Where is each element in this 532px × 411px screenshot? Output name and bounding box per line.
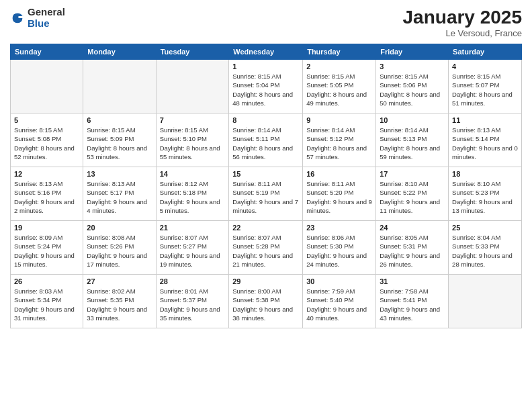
day-info: Sunrise: 8:13 AMSunset: 5:16 PMDaylight:… [14, 179, 79, 215]
day-info: Sunrise: 8:14 AMSunset: 5:13 PMDaylight:… [380, 126, 445, 161]
day-number: 31 [380, 277, 445, 285]
header-saturday: Saturday [449, 44, 522, 60]
calendar-cell: 4Sunrise: 8:15 AMSunset: 5:07 PMDaylight… [449, 60, 522, 113]
header-tuesday: Tuesday [156, 44, 229, 60]
day-number: 17 [380, 170, 445, 178]
calendar-cell: 8Sunrise: 8:14 AMSunset: 5:11 PMDaylight… [229, 113, 303, 167]
day-info: Sunrise: 8:11 AMSunset: 5:19 PMDaylight:… [232, 179, 299, 215]
header-thursday: Thursday [303, 44, 376, 60]
day-number: 3 [380, 62, 445, 71]
day-info: Sunrise: 8:02 AMSunset: 5:35 PMDaylight:… [87, 287, 152, 322]
day-info: Sunrise: 8:15 AMSunset: 5:09 PMDaylight:… [87, 126, 152, 161]
day-number: 20 [87, 224, 152, 232]
day-number: 4 [452, 62, 518, 71]
calendar-cell: 9Sunrise: 8:14 AMSunset: 5:12 PMDaylight… [303, 113, 376, 167]
calendar-week-3: 12Sunrise: 8:13 AMSunset: 5:16 PMDayligh… [11, 167, 522, 221]
day-number: 29 [232, 277, 299, 285]
calendar-cell: 24Sunrise: 8:05 AMSunset: 5:31 PMDayligh… [376, 221, 449, 275]
location: Le Versoud, France [403, 28, 522, 38]
calendar-cell: 19Sunrise: 8:09 AMSunset: 5:24 PMDayligh… [11, 221, 83, 275]
calendar-cell: 12Sunrise: 8:13 AMSunset: 5:16 PMDayligh… [11, 167, 83, 221]
day-info: Sunrise: 8:15 AMSunset: 5:04 PMDaylight:… [232, 72, 299, 107]
logo-general: General [28, 7, 65, 18]
day-info: Sunrise: 8:03 AMSunset: 5:34 PMDaylight:… [14, 287, 79, 322]
day-info: Sunrise: 8:10 AMSunset: 5:22 PMDaylight:… [380, 179, 445, 215]
header-friday: Friday [376, 44, 449, 60]
day-number: 14 [160, 170, 226, 178]
calendar-cell: 14Sunrise: 8:12 AMSunset: 5:18 PMDayligh… [156, 167, 229, 221]
header: General Blue January 2025 Le Versoud, Fr… [10, 7, 522, 38]
day-info: Sunrise: 8:07 AMSunset: 5:28 PMDaylight:… [232, 233, 299, 269]
calendar-week-1: 1Sunrise: 8:15 AMSunset: 5:04 PMDaylight… [11, 60, 522, 113]
calendar-cell: 16Sunrise: 8:11 AMSunset: 5:20 PMDayligh… [303, 167, 376, 221]
day-number: 2 [306, 62, 372, 71]
day-number: 12 [14, 170, 79, 178]
calendar-cell: 28Sunrise: 8:01 AMSunset: 5:37 PMDayligh… [156, 275, 229, 328]
calendar-cell: 10Sunrise: 8:14 AMSunset: 5:13 PMDayligh… [376, 113, 449, 167]
calendar-cell: 3Sunrise: 8:15 AMSunset: 5:06 PMDaylight… [376, 60, 449, 113]
month-title: January 2025 [403, 7, 522, 28]
calendar-cell: 27Sunrise: 8:02 AMSunset: 5:35 PMDayligh… [83, 275, 156, 328]
day-info: Sunrise: 8:15 AMSunset: 5:07 PMDaylight:… [452, 72, 518, 107]
day-number: 23 [306, 224, 372, 232]
day-number: 5 [14, 116, 79, 124]
day-info: Sunrise: 8:11 AMSunset: 5:20 PMDaylight:… [306, 179, 372, 215]
day-info: Sunrise: 8:06 AMSunset: 5:30 PMDaylight:… [306, 233, 372, 269]
day-info: Sunrise: 8:09 AMSunset: 5:24 PMDaylight:… [14, 233, 79, 269]
day-info: Sunrise: 8:15 AMSunset: 5:06 PMDaylight:… [380, 72, 445, 107]
logo: General Blue [10, 7, 65, 29]
calendar-cell [83, 60, 156, 113]
day-info: Sunrise: 8:14 AMSunset: 5:11 PMDaylight:… [232, 126, 299, 161]
day-number: 18 [452, 170, 518, 178]
day-number: 27 [87, 277, 152, 285]
day-info: Sunrise: 7:59 AMSunset: 5:40 PMDaylight:… [306, 287, 372, 322]
calendar-cell: 26Sunrise: 8:03 AMSunset: 5:34 PMDayligh… [11, 275, 83, 328]
day-number: 13 [87, 170, 152, 178]
calendar: Sunday Monday Tuesday Wednesday Thursday… [10, 44, 522, 328]
day-number: 10 [380, 116, 445, 124]
day-info: Sunrise: 8:12 AMSunset: 5:18 PMDaylight:… [160, 179, 226, 215]
day-info: Sunrise: 8:08 AMSunset: 5:26 PMDaylight:… [87, 233, 152, 269]
logo-icon [10, 11, 25, 26]
day-info: Sunrise: 8:15 AMSunset: 5:10 PMDaylight:… [160, 126, 226, 161]
title-area: January 2025 Le Versoud, France [403, 7, 522, 38]
day-info: Sunrise: 8:10 AMSunset: 5:23 PMDaylight:… [452, 179, 518, 215]
day-info: Sunrise: 8:00 AMSunset: 5:38 PMDaylight:… [232, 287, 299, 322]
calendar-cell: 1Sunrise: 8:15 AMSunset: 5:04 PMDaylight… [229, 60, 303, 113]
day-number: 19 [14, 224, 79, 232]
calendar-cell [449, 275, 522, 328]
day-info: Sunrise: 7:58 AMSunset: 5:41 PMDaylight:… [380, 287, 445, 322]
day-number: 28 [160, 277, 226, 285]
day-number: 9 [306, 116, 372, 124]
day-info: Sunrise: 8:07 AMSunset: 5:27 PMDaylight:… [160, 233, 226, 269]
day-number: 6 [87, 116, 152, 124]
calendar-cell [156, 60, 229, 113]
calendar-week-2: 5Sunrise: 8:15 AMSunset: 5:08 PMDaylight… [11, 113, 522, 167]
calendar-cell: 22Sunrise: 8:07 AMSunset: 5:28 PMDayligh… [229, 221, 303, 275]
day-info: Sunrise: 8:01 AMSunset: 5:37 PMDaylight:… [160, 287, 226, 322]
day-number: 1 [232, 62, 299, 71]
calendar-cell: 21Sunrise: 8:07 AMSunset: 5:27 PMDayligh… [156, 221, 229, 275]
calendar-cell: 20Sunrise: 8:08 AMSunset: 5:26 PMDayligh… [83, 221, 156, 275]
calendar-cell: 23Sunrise: 8:06 AMSunset: 5:30 PMDayligh… [303, 221, 376, 275]
day-number: 15 [232, 170, 299, 178]
calendar-cell: 31Sunrise: 7:58 AMSunset: 5:41 PMDayligh… [376, 275, 449, 328]
day-info: Sunrise: 8:14 AMSunset: 5:12 PMDaylight:… [306, 126, 372, 161]
day-number: 8 [232, 116, 299, 124]
day-number: 25 [452, 224, 518, 232]
header-wednesday: Wednesday [229, 44, 303, 60]
calendar-cell: 5Sunrise: 8:15 AMSunset: 5:08 PMDaylight… [11, 113, 83, 167]
day-number: 11 [452, 116, 518, 124]
day-info: Sunrise: 8:05 AMSunset: 5:31 PMDaylight:… [380, 233, 445, 269]
day-number: 16 [306, 170, 372, 178]
header-sunday: Sunday [11, 44, 83, 60]
calendar-cell: 29Sunrise: 8:00 AMSunset: 5:38 PMDayligh… [229, 275, 303, 328]
header-monday: Monday [83, 44, 156, 60]
calendar-week-5: 26Sunrise: 8:03 AMSunset: 5:34 PMDayligh… [11, 275, 522, 328]
calendar-cell: 2Sunrise: 8:15 AMSunset: 5:05 PMDaylight… [303, 60, 376, 113]
logo-text: General Blue [28, 7, 65, 29]
calendar-cell: 15Sunrise: 8:11 AMSunset: 5:19 PMDayligh… [229, 167, 303, 221]
day-number: 21 [160, 224, 226, 232]
calendar-cell: 30Sunrise: 7:59 AMSunset: 5:40 PMDayligh… [303, 275, 376, 328]
day-info: Sunrise: 8:04 AMSunset: 5:33 PMDaylight:… [452, 233, 518, 269]
